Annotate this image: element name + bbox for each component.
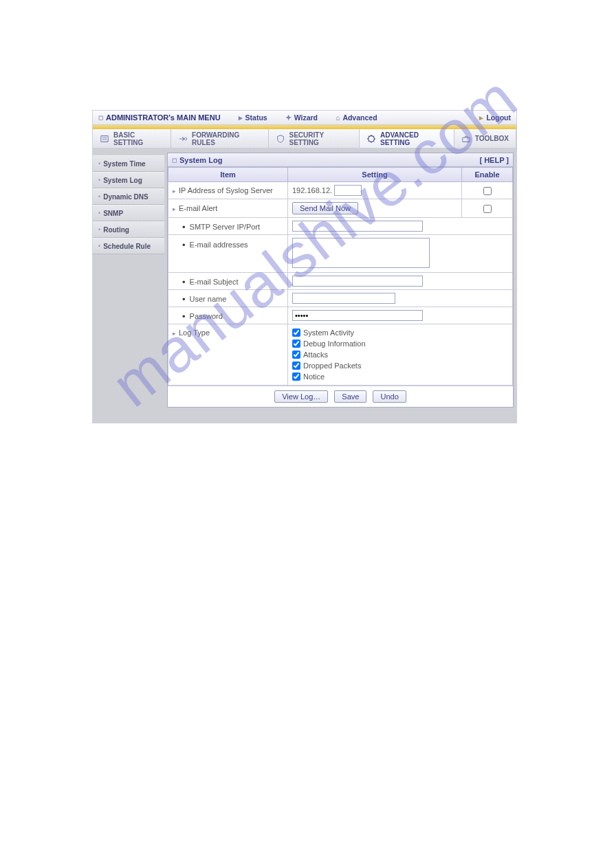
syslog-enable-checkbox[interactable] (483, 187, 492, 195)
tab-forwarding-rules[interactable]: FORWARDING RULES (171, 129, 268, 148)
menu-wizard-label: Wizard (294, 113, 318, 122)
logout-button[interactable]: ▸ Logout (479, 113, 511, 122)
email-alert-enable-checkbox[interactable] (483, 205, 492, 213)
syslog-label: IP Address of Syslog Server (179, 186, 273, 194)
panel-title: System Log (179, 156, 222, 164)
svg-rect-5 (462, 137, 470, 142)
sidebar-item-snmp[interactable]: •SNMP (93, 205, 164, 221)
row-syslog-server: ▸IP Address of Syslog Server 192.168.12. (168, 182, 513, 199)
tab-forwarding-label: FORWARDING RULES (192, 131, 261, 146)
col-setting: Setting (288, 168, 462, 182)
tab-toolbox-label: TOOLBOX (475, 135, 509, 142)
syslog-ip-prefix: 192.168.12. (292, 186, 332, 194)
sidebar-item-system-time[interactable]: •System Time (93, 155, 164, 172)
save-button[interactable]: Save (334, 390, 366, 403)
menu-advanced-label: Advanced (342, 113, 377, 122)
caret-icon: ▸ (239, 113, 243, 122)
password-label: Password (190, 312, 223, 320)
undo-button[interactable]: Undo (373, 390, 406, 403)
forwarding-icon (178, 134, 188, 144)
main-menu-title: ADMINISTRATOR's MAIN MENU (106, 113, 221, 122)
smtp-input[interactable] (292, 221, 423, 232)
logout-label: Logout (486, 113, 511, 122)
log-opt-label: Attacks (303, 349, 328, 360)
sidebar-item-label: Dynamic DNS (103, 193, 149, 201)
menu-status[interactable]: ▸ Status (239, 113, 267, 122)
content-area: •System Time •System Log •Dynamic DNS •S… (92, 148, 517, 423)
col-enable: Enable (462, 168, 513, 182)
system-log-panel: ◻ System Log [ HELP ] Item Setting Enabl… (167, 153, 514, 408)
sidebar-item-routing[interactable]: •Routing (93, 221, 164, 238)
tab-security-label: SECURITY SETTING (289, 131, 352, 146)
sidebar-item-label: SNMP (103, 210, 123, 217)
log-type-label: Log Type (179, 329, 210, 337)
topbar: ◻ ADMINISTRATOR's MAIN MENU ▸ Status ✦ W… (92, 110, 517, 125)
wizard-icon: ✦ (285, 113, 292, 122)
log-attacks-checkbox[interactable] (292, 350, 300, 359)
security-icon (276, 134, 285, 144)
help-link[interactable]: [ HELP ] (479, 156, 509, 164)
username-input[interactable] (292, 293, 395, 304)
email-subject-label: E-mail Subject (190, 278, 239, 286)
send-mail-button[interactable]: Send Mail Now (292, 202, 358, 214)
panel-icon: ◻ (172, 157, 177, 164)
email-alert-label: E-mail Alert (179, 204, 217, 212)
table-header-row: Item Setting Enable (168, 168, 513, 182)
sidebar-item-system-log[interactable]: •System Log (93, 172, 164, 188)
menu-advanced[interactable]: ⌂ Advanced (336, 113, 377, 122)
log-opt-label: Debug Information (303, 338, 366, 349)
tab-basic-setting[interactable]: BASIC SETTING (93, 129, 171, 148)
logout-icon: ▸ (479, 113, 483, 122)
sidebar-item-schedule-rule[interactable]: •Schedule Rule (93, 238, 164, 254)
main-column: ◻ System Log [ HELP ] Item Setting Enabl… (164, 148, 516, 423)
row-log-type: ▸Log Type System Activity Debug Informat… (168, 324, 513, 386)
svg-point-4 (369, 135, 375, 142)
email-addresses-input[interactable] (292, 238, 430, 268)
panel-header: ◻ System Log [ HELP ] (168, 153, 513, 167)
sidebar-item-label: System Log (103, 177, 142, 184)
log-notice-checkbox[interactable] (292, 372, 300, 381)
tab-advanced-label: ADVANCED SETTING (380, 131, 447, 146)
toolbox-icon (461, 134, 471, 144)
email-addresses-label: E-mail addresses (190, 241, 248, 249)
log-opt-label: System Activity (303, 327, 354, 338)
password-input[interactable] (292, 310, 423, 321)
sidebar: •System Time •System Log •Dynamic DNS •S… (93, 148, 164, 423)
menu-icon: ◻ (98, 114, 103, 121)
svg-rect-0 (101, 135, 109, 142)
basic-icon (100, 134, 109, 144)
row-email-alert: ▸E-mail Alert Send Mail Now (168, 199, 513, 218)
tab-advanced-setting[interactable]: ADVANCED SETTING (360, 129, 454, 148)
menu-wizard[interactable]: ✦ Wizard (285, 113, 318, 122)
settings-table: Item Setting Enable ▸IP Address of Syslo… (168, 167, 513, 386)
tab-basic-label: BASIC SETTING (113, 131, 164, 146)
username-label: User name (190, 295, 227, 303)
svg-point-3 (184, 137, 187, 140)
smtp-label: SMTP Server IP/Port (190, 223, 261, 231)
advanced-tab-icon (366, 134, 376, 144)
sidebar-item-label: Routing (103, 226, 129, 234)
row-email-addresses: •E-mail addresses (168, 235, 513, 273)
syslog-ip-input[interactable] (334, 185, 362, 196)
col-item: Item (168, 168, 288, 182)
menu-status-label: Status (245, 113, 267, 122)
tab-toolbox[interactable]: TOOLBOX (454, 129, 516, 148)
log-opt-label: Dropped Packets (303, 360, 361, 371)
sidebar-item-dynamic-dns[interactable]: •Dynamic DNS (93, 188, 164, 205)
button-bar: View Log… Save Undo (168, 386, 513, 407)
tabbar: BASIC SETTING FORWARDING RULES SECURITY … (92, 129, 517, 148)
app-frame: ◻ ADMINISTRATOR's MAIN MENU ▸ Status ✦ W… (92, 110, 517, 423)
log-system-activity-checkbox[interactable] (292, 329, 300, 337)
log-opt-label: Notice (303, 371, 325, 382)
sidebar-item-label: System Time (103, 160, 146, 168)
row-password: •Password (168, 307, 513, 324)
log-debug-checkbox[interactable] (292, 340, 300, 348)
advanced-icon: ⌂ (336, 113, 340, 122)
row-username: •User name (168, 290, 513, 307)
log-dropped-packets-checkbox[interactable] (292, 361, 300, 370)
row-email-subject: •E-mail Subject (168, 273, 513, 290)
email-subject-input[interactable] (292, 276, 423, 287)
view-log-button[interactable]: View Log… (274, 390, 328, 403)
row-smtp-server: •SMTP Server IP/Port (168, 218, 513, 235)
tab-security-setting[interactable]: SECURITY SETTING (269, 129, 360, 148)
